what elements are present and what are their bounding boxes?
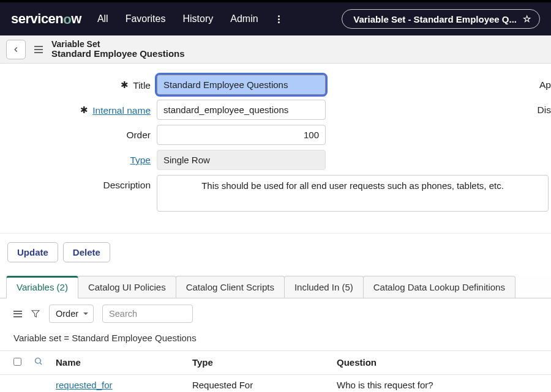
internal-name-input[interactable] (157, 100, 326, 120)
form-area: ✱ Title Ap ✱ Internal name Dis Order Typ… (0, 64, 551, 233)
sort-field-select[interactable]: Order (49, 305, 94, 323)
description-label: Description (0, 175, 157, 191)
filter-icon[interactable] (31, 309, 40, 319)
nav-more-icon[interactable] (276, 13, 282, 26)
top-nav: servicenow All Favorites History Admin V… (0, 0, 551, 35)
update-button[interactable]: Update (7, 242, 58, 262)
nav-links: All Favorites History Admin (97, 13, 282, 26)
record-title: Standard Employee Questions (51, 49, 185, 59)
description-input[interactable]: This should be used for all end user req… (157, 175, 549, 212)
nav-favorites[interactable]: Favorites (126, 13, 166, 24)
table-row[interactable]: requested_for Requested For Who is this … (0, 375, 551, 393)
action-row: Update Delete (0, 233, 551, 276)
internal-name-link[interactable]: Internal name (92, 105, 151, 116)
list-menu-icon[interactable] (13, 311, 22, 317)
right-hint-2: Dis (527, 100, 551, 116)
right-hint-1: Ap (528, 75, 551, 91)
col-question[interactable]: Question (331, 351, 551, 375)
select-all-checkbox[interactable] (13, 358, 21, 366)
back-button[interactable] (6, 40, 26, 59)
form-menu-icon[interactable] (32, 42, 45, 57)
list-breadcrumb[interactable]: Variable set = Standard Employee Questio… (0, 329, 551, 350)
col-type[interactable]: Type (186, 351, 331, 375)
required-asterisk-icon: ✱ (80, 105, 88, 115)
list-search-input[interactable] (102, 305, 193, 323)
svg-marker-0 (32, 311, 39, 317)
type-label: Type (0, 150, 157, 166)
list-toolbar: Order (0, 298, 551, 329)
nav-history[interactable]: History (182, 13, 213, 24)
type-link[interactable]: Type (130, 155, 151, 165)
tab-catalog-data-lookup[interactable]: Catalog Data Lookup Definitions (363, 276, 515, 298)
delete-button[interactable]: Delete (63, 242, 110, 262)
nav-context-pill[interactable]: Variable Set - Standard Employee Q... ☆ (342, 9, 540, 29)
tab-catalog-ui-policies[interactable]: Catalog UI Policies (78, 276, 176, 298)
header-search-icon[interactable] (28, 351, 50, 375)
internal-name-label: ✱ Internal name (0, 100, 157, 116)
subheader: Variable Set Standard Employee Questions (0, 35, 551, 64)
title-input[interactable] (157, 75, 326, 95)
nav-context-text: Variable Set - Standard Employee Q... (353, 14, 517, 24)
type-value: Single Row (157, 150, 326, 170)
row-question: Who is this request for? (331, 375, 551, 393)
nav-all[interactable]: All (97, 13, 108, 24)
order-label: Order (0, 125, 157, 141)
required-asterisk-icon: ✱ (121, 80, 129, 90)
nav-admin[interactable]: Admin (230, 13, 258, 24)
record-type-label: Variable Set (51, 40, 185, 49)
tab-included-in[interactable]: Included In (5) (284, 276, 364, 298)
title-label: ✱ Title (0, 75, 157, 91)
tab-catalog-client-scripts[interactable]: Catalog Client Scripts (176, 276, 285, 298)
logo: servicenow (11, 11, 81, 27)
tab-variables[interactable]: Variables (2) (6, 276, 78, 298)
star-icon[interactable]: ☆ (523, 13, 531, 24)
order-input[interactable] (157, 125, 326, 145)
col-name[interactable]: Name (50, 351, 186, 375)
svg-point-1 (36, 358, 41, 364)
tabs-row: Variables (2) Catalog UI Policies Catalo… (0, 276, 551, 298)
row-name-link[interactable]: requested_for (56, 380, 113, 390)
variables-table: Name Type Question requested_for Request… (0, 350, 551, 392)
row-type: Requested For (186, 375, 331, 393)
svg-line-2 (40, 363, 42, 364)
